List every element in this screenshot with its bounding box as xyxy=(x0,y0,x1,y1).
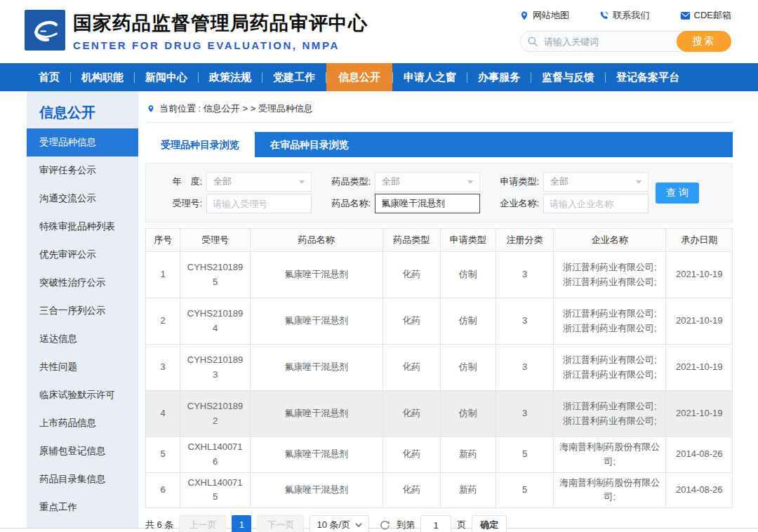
nav-item-7[interactable]: 办事服务 xyxy=(467,63,531,91)
page-size-value: 10 条/页 xyxy=(317,519,350,531)
table-cell: 化药 xyxy=(383,391,440,437)
sidebar-item-3[interactable]: 特殊审批品种列表 xyxy=(27,213,138,241)
table-cell: 3 xyxy=(146,345,180,391)
table-row[interactable]: 6CXHL1400715氟康唑干混悬剂化药新药5海南普利制药股份有限公司;201… xyxy=(146,472,733,508)
table-cell: 2014-08-26 xyxy=(666,437,733,473)
page-size-select[interactable]: 10 条/页 xyxy=(310,515,369,532)
total-count: 共 6 条 xyxy=(145,519,173,531)
page-unit-label: 页 xyxy=(457,519,466,531)
year-select[interactable]: 全部 xyxy=(206,172,312,192)
site-header: 国家药品监督管理局药品审评中心 CENTER FOR DRUG EVALUATI… xyxy=(0,0,758,63)
apply-type-select-value: 全部 xyxy=(550,175,568,188)
table-cell: 新药 xyxy=(440,472,496,508)
table-row[interactable]: 4CYHS2101892氟康唑干混悬剂化药仿制3浙江普利药业有限公司;浙江普利药… xyxy=(146,391,733,437)
sidebar-item-4[interactable]: 优先审评公示 xyxy=(27,241,138,269)
next-page-button[interactable]: 下一页 xyxy=(257,515,304,532)
table-cell: 化药 xyxy=(383,437,440,473)
page-number-button[interactable]: 1 xyxy=(232,515,251,532)
drug-name-input[interactable] xyxy=(375,194,480,213)
table-cell: 氟康唑干混悬剂 xyxy=(250,472,383,508)
column-header: 企业名称 xyxy=(553,229,666,252)
table-cell: 氟康唑干混悬剂 xyxy=(250,252,383,298)
sitemap-link[interactable]: 网站地图 xyxy=(519,9,569,22)
table-cell: 氟康唑干混悬剂 xyxy=(250,345,383,391)
table-cell: 3 xyxy=(496,391,554,437)
accept-no-input[interactable] xyxy=(206,194,312,213)
chevron-down-icon xyxy=(636,180,641,184)
table-cell: 氟康唑干混悬剂 xyxy=(250,391,383,437)
column-header: 注册分类 xyxy=(496,229,554,252)
search-button[interactable]: 搜索 xyxy=(677,31,731,52)
tab-0[interactable]: 受理品种目录浏览 xyxy=(145,132,255,157)
contact-label: 联系我们 xyxy=(613,9,649,22)
pagination: 共 6 条 上一页 1 下一页 10 条/页 到第 页 确定 xyxy=(145,515,733,532)
nav-item-8[interactable]: 监督与反馈 xyxy=(531,63,605,91)
refresh-button[interactable] xyxy=(379,519,391,531)
sidebar-item-12[interactable]: 药品目录集信息 xyxy=(27,465,138,493)
filter-panel: 年 度: 全部 药品类型: 全部 申请类型: 全部 xyxy=(145,163,733,222)
column-header: 药品名称 xyxy=(250,229,383,252)
sidebar: 信息公开 受理品种信息审评任务公示沟通交流公示特殊审批品种列表优先审评公示突破性… xyxy=(27,91,138,528)
nav-item-2[interactable]: 新闻中心 xyxy=(135,63,198,91)
site-subtitle: CENTER FOR DRUG EVALUATION, NMPA xyxy=(73,39,368,51)
nav-item-3[interactable]: 政策法规 xyxy=(199,63,262,91)
sidebar-menu: 受理品种信息审评任务公示沟通交流公示特殊审批品种列表优先审评公示突破性治疗公示三… xyxy=(27,128,138,521)
company-field: 企业名称: xyxy=(490,194,649,213)
table-header-row: 序号受理号药品名称药品类型申请类型注册分类企业名称承办日期 xyxy=(146,229,733,252)
table-cell: 3 xyxy=(496,298,554,345)
year-field: 年 度: 全部 xyxy=(153,172,312,192)
sidebar-item-8[interactable]: 共性问题 xyxy=(27,353,138,381)
company-label: 企业名称: xyxy=(490,197,539,210)
tabbar: 受理品种目录浏览在审品种目录浏览 xyxy=(145,132,733,157)
nav-item-4[interactable]: 党建工作 xyxy=(262,63,326,91)
table-cell: 2014-08-26 xyxy=(666,472,733,508)
breadcrumb: 当前位置 : 信息公开 > > 受理品种信息 xyxy=(145,91,733,123)
company-input[interactable] xyxy=(543,194,649,213)
contact-link[interactable]: 联系我们 xyxy=(599,9,649,22)
table-cell: 氟康唑干混悬剂 xyxy=(250,298,383,345)
nav-item-9[interactable]: 登记备案平台 xyxy=(606,63,690,91)
prev-page-button[interactable]: 上一页 xyxy=(179,515,226,532)
nav-item-1[interactable]: 机构职能 xyxy=(71,63,134,91)
nav-item-0[interactable]: 首页 xyxy=(28,63,70,91)
column-header: 受理号 xyxy=(180,229,250,252)
tab-1[interactable]: 在审品种目录浏览 xyxy=(255,132,364,157)
sidebar-item-11[interactable]: 原辅包登记信息 xyxy=(27,437,138,465)
sidebar-item-1[interactable]: 审评任务公示 xyxy=(27,157,138,185)
sidebar-item-7[interactable]: 送达信息 xyxy=(27,325,138,353)
sidebar-item-0[interactable]: 受理品种信息 xyxy=(27,128,138,157)
sidebar-item-2[interactable]: 沟通交流公示 xyxy=(27,185,138,213)
query-button[interactable]: 查 询 xyxy=(656,182,699,204)
cde-logo xyxy=(25,10,65,51)
nav-item-6[interactable]: 申请人之窗 xyxy=(393,63,467,91)
table-cell: 浙江普利药业有限公司;浙江普利药业有限公司; xyxy=(553,345,666,391)
sidebar-item-5[interactable]: 突破性治疗公示 xyxy=(27,269,138,297)
envelope-icon xyxy=(680,11,691,20)
sidebar-item-10[interactable]: 上市药品信息 xyxy=(27,409,138,437)
drug-type-label: 药品类型: xyxy=(321,175,371,188)
drug-name-field: 药品名称: xyxy=(321,194,480,213)
drug-type-select[interactable]: 全部 xyxy=(375,172,480,192)
sidebar-item-13[interactable]: 重点工作 xyxy=(27,493,138,521)
table-cell: 4 xyxy=(146,391,180,437)
nav-item-5[interactable]: 信息公开 xyxy=(326,63,392,91)
table-row[interactable]: 3CYHS2101893氟康唑干混悬剂化药仿制3浙江普利药业有限公司;浙江普利药… xyxy=(146,345,733,391)
column-header: 药品类型 xyxy=(383,229,440,252)
sidebar-item-9[interactable]: 临床试验默示许可 xyxy=(27,381,138,409)
table-row[interactable]: 2CYHS2101894氟康唑干混悬剂化药仿制3浙江普利药业有限公司;浙江普利药… xyxy=(146,298,733,345)
main-nav: 首页机构职能新闻中心政策法规党建工作信息公开申请人之窗办事服务监督与反馈登记备案… xyxy=(0,63,758,91)
chevron-down-icon xyxy=(467,180,473,184)
chevron-down-icon xyxy=(299,180,305,184)
confirm-button[interactable]: 确定 xyxy=(472,515,507,532)
site-title: 国家药品监督管理局药品审评中心 xyxy=(73,11,368,36)
goto-page-input[interactable] xyxy=(420,515,451,532)
table-cell: 2 xyxy=(146,298,180,345)
sidebar-item-6[interactable]: 三合一序列公示 xyxy=(27,297,138,325)
table-cell: 浙江普利药业有限公司;浙江普利药业有限公司; xyxy=(553,298,666,345)
accept-no-label: 受理号: xyxy=(153,197,202,210)
table-row[interactable]: 5CXHL1400716氟康唑干混悬剂化药新药5海南普利制药股份有限公司;201… xyxy=(146,437,733,473)
mail-link[interactable]: CDE邮箱 xyxy=(680,9,731,22)
table-cell: CYHS2101893 xyxy=(180,345,250,391)
apply-type-select[interactable]: 全部 xyxy=(543,172,649,192)
table-row[interactable]: 1CYHS2101895氟康唑干混悬剂化药仿制3浙江普利药业有限公司;浙江普利药… xyxy=(146,252,733,298)
